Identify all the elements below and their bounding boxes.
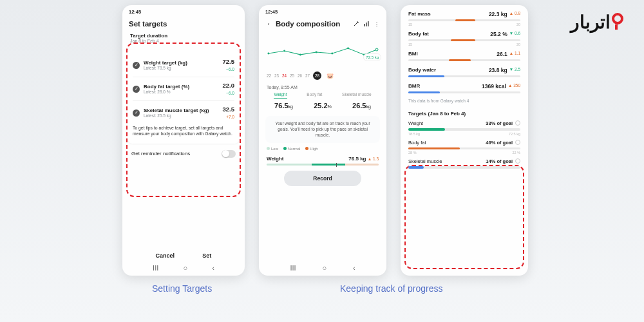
weight-value: 76.5 kg ▲ 1.3 [348, 156, 379, 162]
check-icon [133, 109, 140, 117]
goal-info-icon[interactable] [515, 158, 520, 164]
phone-set-targets: 12:45 Set targets Target duration Jan 8 … [122, 5, 245, 276]
nav-home-icon[interactable]: ○ [322, 264, 327, 272]
nav-back-icon[interactable]: ‹ [353, 264, 355, 272]
svg-point-3 [267, 52, 269, 54]
stats-icon[interactable] [363, 21, 370, 27]
date-selector[interactable]: 22 23 24 25 26 27 28 🐷 [259, 70, 386, 81]
reminder-toggle-row[interactable]: Get reminder notifications [122, 144, 245, 158]
target-row-weight[interactable]: Weight target (kg)Latest: 78.5 kg 72.5−6… [133, 55, 234, 75]
svg-rect-2 [368, 21, 369, 26]
svg-point-5 [299, 53, 301, 55]
nav-home-icon[interactable]: ○ [183, 264, 187, 272]
svg-point-4 [283, 50, 285, 52]
back-icon[interactable]: ‹ [265, 21, 272, 27]
target-row-muscle[interactable]: Skeletal muscle target (kg)Latest: 25.5 … [133, 102, 234, 123]
targets-card: Weight target (kg)Latest: 78.5 kg 72.5−6… [128, 50, 240, 144]
phone-body-composition: 12:45 ‹ Body composition ⋮ 72.5 kg 22 23… [259, 5, 386, 276]
page-title: Body composition [276, 20, 349, 28]
goal-info-icon[interactable] [515, 140, 520, 145]
selected-date: 28 [313, 71, 321, 80]
page-title: Set targets [129, 20, 238, 28]
target-row-bodyfat[interactable]: Body fat target (%)Latest: 28.0 % 22.0−6… [133, 79, 234, 99]
metric-tabs[interactable]: Weight Body fat Skeletal muscle [259, 91, 386, 100]
svg-point-10 [375, 48, 378, 51]
svg-rect-0 [364, 24, 365, 26]
more-icon[interactable]: ⋮ [374, 21, 380, 27]
weight-label: Weight [267, 156, 348, 162]
svg-point-8 [347, 48, 349, 50]
svg-point-7 [331, 52, 333, 54]
target-duration-label: Target duration [130, 33, 237, 39]
main-values: 76.5kg 25.2% 26.5kg [259, 100, 386, 113]
brand-logo: اتربار [571, 12, 625, 33]
weight-range-bar [267, 164, 379, 166]
nav-recents-icon[interactable]: III [290, 264, 296, 272]
goal-info-icon[interactable] [515, 120, 520, 126]
metric-row: Body fat25.2 %▼ 0.6 1520 [401, 28, 528, 48]
weight-trend-chart: 72.5 kg [265, 33, 380, 70]
goal-row: Weight33% of goal 78.5 kg72.5 kg [401, 118, 528, 137]
logo-ring-icon [612, 13, 623, 24]
metric-row: Body water23.8 kg▼ 2.5 [401, 64, 528, 80]
pig-icon: 🐷 [327, 73, 334, 79]
target-duration-value: Jan 8 to Feb 4 [130, 39, 237, 43]
logo-stem-icon [615, 24, 618, 30]
check-icon [133, 86, 140, 93]
metric-row: BMI26.1▲ 1.1 [401, 48, 528, 64]
share-icon[interactable] [353, 21, 359, 27]
check-icon [133, 62, 140, 69]
progress-message: Your weight and body fat are on track to… [265, 116, 380, 143]
nav-recents-icon[interactable]: III [153, 264, 158, 272]
targets-header: Targets (Jan 8 to Feb 4) [401, 107, 528, 118]
goal-row: Body fat46% of goal 28 %22 % [401, 137, 528, 156]
phone-metrics-detail: Fat mass22.3 kg▲ 0.8 1520Body fat25.2 %▼… [401, 5, 528, 276]
range-legend: Low Normal High [259, 146, 386, 152]
goal-row: Skeletal muscle14% of goal [401, 156, 528, 171]
nav-back-icon[interactable]: ‹ [212, 264, 214, 272]
svg-rect-1 [366, 23, 367, 26]
timestamp: Today, 8:55 AM [259, 81, 386, 91]
chart-current-value: 72.5 kg [363, 53, 381, 61]
tip-text: To get tips to achieve target, set all t… [133, 123, 234, 138]
logo-text: اتربار [571, 12, 611, 32]
status-bar: 12:45 [122, 5, 245, 16]
toggle-switch[interactable] [222, 150, 236, 158]
set-button[interactable]: Set [202, 252, 211, 259]
record-button[interactable]: Record [284, 171, 361, 186]
caption-keeping-track: Keeping track of progress [340, 283, 443, 294]
status-bar: 12:45 [259, 5, 386, 16]
metric-row: BMR1369 kcal▲ 350 [401, 80, 528, 96]
data-source-note: This data is from Galaxy watch 4 [401, 96, 528, 107]
cancel-button[interactable]: Cancel [156, 252, 175, 259]
metric-row: Fat mass22.3 kg▲ 0.8 1520 [401, 8, 528, 28]
caption-setting-targets: Setting Targets [152, 283, 212, 294]
svg-point-6 [316, 52, 317, 53]
highlight-box [404, 165, 524, 269]
